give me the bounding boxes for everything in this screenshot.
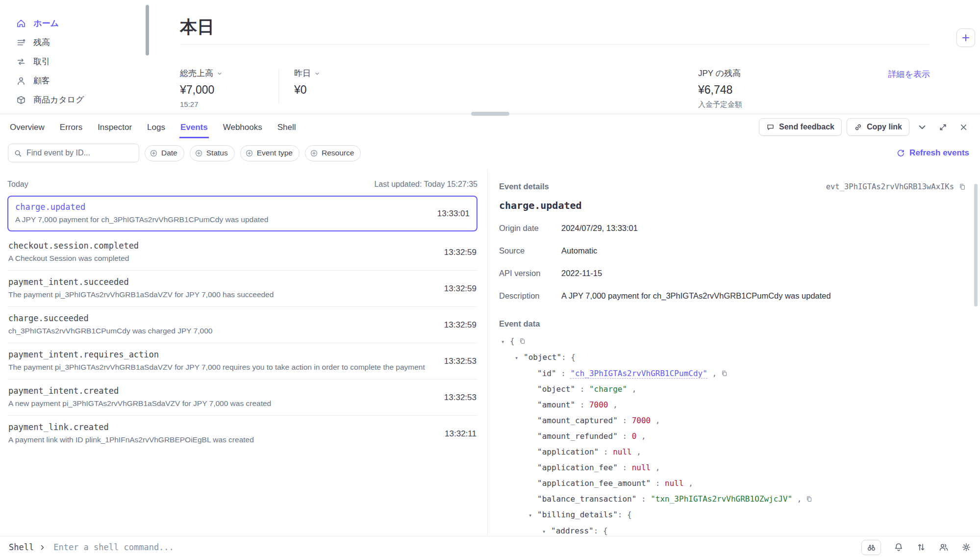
sort-arrows-icon[interactable] xyxy=(916,542,926,552)
event-details-header: Event details xyxy=(499,182,549,191)
sidebar-item-customers[interactable]: 顧客 xyxy=(0,71,149,90)
event-description: A JPY 7,000 payment for ch_3PhIGTAs2rvVh… xyxy=(15,214,426,225)
event-list-item[interactable]: payment_link.created A payment link with… xyxy=(7,416,477,452)
metric-label: 総売上高 xyxy=(180,68,213,79)
shell-bar-icons xyxy=(861,540,971,555)
sidebar-item-product-catalog[interactable]: 商品カタログ xyxy=(0,90,149,109)
users-icon[interactable] xyxy=(939,542,949,552)
refresh-events-button[interactable]: Refresh events xyxy=(897,148,972,158)
json-collapse-arrow[interactable]: ▾ xyxy=(542,524,551,536)
inspect-toggle-button[interactable] xyxy=(861,540,881,555)
event-description: ch_3PhIGTAs2rvVhGRB1CPumCdy was charged … xyxy=(8,326,432,336)
shell-prompt-label: Shell xyxy=(9,542,34,552)
collapse-panel-button[interactable] xyxy=(914,119,930,135)
event-type: charge.succeeded xyxy=(8,313,432,323)
shell-bar: Shell xyxy=(0,536,980,558)
settings-gear-icon[interactable] xyxy=(961,542,971,552)
sidebar-item-label: 取引 xyxy=(33,56,50,67)
transactions-icon xyxy=(16,57,26,67)
plus-circle-icon xyxy=(150,149,158,157)
event-time: 13:33:01 xyxy=(437,209,470,219)
copy-json-value-button[interactable] xyxy=(721,370,728,377)
field-label: Origin date xyxy=(499,223,561,233)
tab-logs[interactable]: Logs xyxy=(146,116,166,138)
json-collapse-arrow[interactable]: ▾ xyxy=(515,350,524,366)
copy-json-value-button[interactable] xyxy=(805,495,813,503)
expand-icon xyxy=(938,123,948,132)
tab-webhooks[interactable]: Webhooks xyxy=(222,116,263,138)
event-search-input[interactable] xyxy=(26,149,133,157)
tab-shell[interactable]: Shell xyxy=(276,116,297,138)
event-list-item[interactable]: payment_intent.succeeded The payment pi_… xyxy=(7,271,477,307)
event-time: 13:32:53 xyxy=(444,393,477,403)
expand-panel-button[interactable] xyxy=(935,119,951,135)
event-details-pane: Event details evt_3PhIGTAs2rvVhGRB13wAxI… xyxy=(488,169,980,536)
event-time: 13:32:59 xyxy=(444,284,477,294)
show-details-link[interactable]: 詳細を表示 xyxy=(888,69,930,80)
plus-circle-icon xyxy=(245,149,253,157)
event-id: evt_3PhIGTAs2rvVhGRB13wAxIKs xyxy=(826,182,954,191)
tab-errors[interactable]: Errors xyxy=(59,116,83,138)
event-time: 13:32:11 xyxy=(445,429,477,439)
event-list-item[interactable]: payment_intent.created A new payment pi_… xyxy=(7,380,477,416)
event-list-item[interactable]: checkout.session.completed A Checkout Se… xyxy=(7,234,477,271)
filter-resource[interactable]: Resource xyxy=(305,145,361,161)
panel-drag-handle[interactable] xyxy=(471,112,509,116)
sidebar-item-label: 残高 xyxy=(33,37,50,48)
last-updated-label: Last updated: Today 15:27:35 xyxy=(374,180,477,189)
search-icon xyxy=(14,149,22,157)
tab-inspector[interactable]: Inspector xyxy=(97,116,133,138)
shell-command-input[interactable] xyxy=(53,542,861,552)
sidebar: ホーム 残高 取引 顧客 商品カタログ xyxy=(0,0,149,114)
sidebar-item-transactions[interactable]: 取引 xyxy=(0,52,149,71)
copy-event-id-button[interactable] xyxy=(958,183,966,191)
send-feedback-button[interactable]: Send feedback xyxy=(759,118,842,136)
json-collapse-arrow[interactable]: ▾ xyxy=(501,334,510,350)
notifications-bell-icon[interactable] xyxy=(894,542,904,552)
field-value: 2024/07/29, 13:33:01 xyxy=(561,223,638,233)
metric-gross-sales-dropdown[interactable]: 総売上高 xyxy=(180,68,223,79)
event-description: A payment link with ID plink_1PhIFnAs2rv… xyxy=(8,434,433,445)
tab-events[interactable]: Events xyxy=(179,116,209,138)
copy-json-button[interactable] xyxy=(519,337,526,345)
event-description: The payment pi_3PhIGTAs2rvVhGRB1aSdaVZV … xyxy=(8,289,432,300)
event-type: checkout.session.completed xyxy=(8,241,432,251)
event-time: 13:32:53 xyxy=(444,356,477,366)
event-type: payment_intent.created xyxy=(8,386,432,396)
plus-circle-icon xyxy=(195,149,203,157)
event-data-json: ▾{ ▾"object": { "id" : "ch_3PhIGTAs2rvVh… xyxy=(499,333,966,536)
panel-actions: Send feedback Copy link xyxy=(759,118,971,136)
product-catalog-icon xyxy=(16,95,26,105)
filter-event-type[interactable]: Event type xyxy=(240,145,300,161)
page-title: 本日 xyxy=(180,16,214,39)
home-icon xyxy=(16,19,26,28)
event-time: 13:32:59 xyxy=(444,248,477,257)
balance-icon xyxy=(16,38,26,48)
sidebar-item-home[interactable]: ホーム xyxy=(0,14,149,33)
event-type: payment_link.created xyxy=(8,422,433,432)
chevron-down-icon xyxy=(314,71,320,76)
event-search[interactable] xyxy=(8,144,139,162)
field-value: 2022-11-15 xyxy=(561,268,602,278)
list-group-label: Today xyxy=(7,180,28,189)
details-scrollbar[interactable] xyxy=(974,184,978,306)
tab-overview[interactable]: Overview xyxy=(9,116,46,138)
event-list-item-selected[interactable]: charge.updated A JPY 7,000 payment for c… xyxy=(7,196,477,231)
copy-link-button[interactable]: Copy link xyxy=(847,118,909,136)
chevron-down-icon xyxy=(217,71,223,76)
event-list-item[interactable]: payment_intent.requires_action The payme… xyxy=(7,343,477,380)
metric-yesterday-dropdown[interactable]: 昨日 xyxy=(294,68,320,79)
event-type: payment_intent.succeeded xyxy=(8,277,432,287)
title-divider xyxy=(180,44,930,45)
create-button[interactable] xyxy=(956,28,975,47)
event-list-item[interactable]: charge.succeeded ch_3PhIGTAs2rvVhGRB1CPu… xyxy=(7,307,477,343)
metric-label: JPY の残高 xyxy=(698,68,741,79)
metric-yesterday: 昨日 ¥0 xyxy=(294,68,320,97)
json-collapse-arrow[interactable]: ▾ xyxy=(528,507,537,523)
filter-date[interactable]: Date xyxy=(145,145,184,161)
sidebar-item-label: 顧客 xyxy=(33,75,50,86)
close-panel-button[interactable] xyxy=(955,119,971,135)
sidebar-item-balance[interactable]: 残高 xyxy=(0,33,149,52)
charge-id-link[interactable]: "ch_3PhIGTAs2rvVhGRB1CPumCdy" xyxy=(570,369,707,379)
filter-status[interactable]: Status xyxy=(190,145,235,161)
